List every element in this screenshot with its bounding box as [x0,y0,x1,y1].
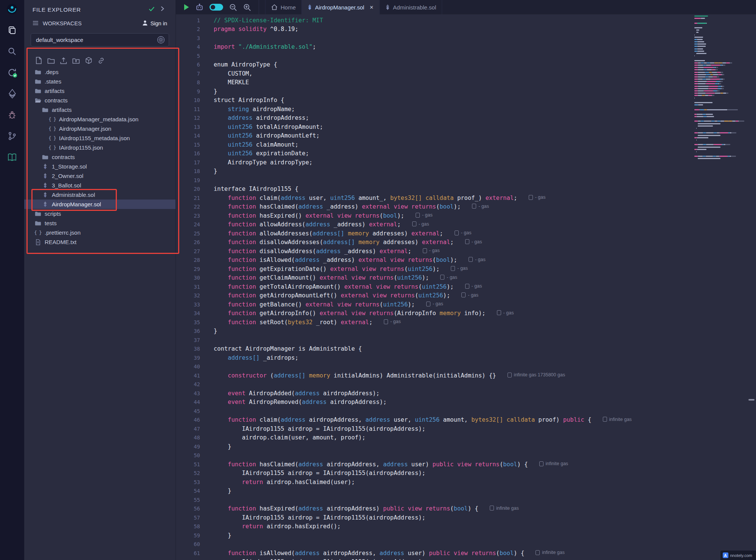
line-number[interactable]: 16 [176,150,200,156]
line-number[interactable]: 60 [176,541,200,547]
line-number[interactable]: 44 [176,399,200,405]
code-line[interactable]: 58 return airdrop.hasExpired(); [176,522,756,531]
line-number[interactable]: 17 [176,159,200,166]
line-number[interactable]: 23 [176,213,200,219]
file-explorer-icon[interactable] [6,25,18,36]
code-line[interactable]: 54 } [176,487,756,496]
code-line[interactable]: 21 function claim(address user, uint256 … [176,193,756,203]
line-number[interactable]: 13 [176,124,200,130]
line-number[interactable]: 5 [176,53,200,59]
line-number[interactable]: 55 [176,497,200,503]
code-line[interactable]: 56 function hasExpired(address airdropAd… [176,504,756,514]
chevron-right-icon[interactable] [161,6,164,13]
code-line[interactable]: 38contract AirdropManager is Administrab… [176,345,756,354]
code-line[interactable]: 39 address[] _airdrops; [176,353,756,362]
line-number[interactable]: 25 [176,230,200,237]
code-line[interactable]: 16 uint256 expirationDate; [176,149,756,158]
code-line[interactable]: 48 airdrop.claim(user, amount, proof); [176,433,756,442]
line-number[interactable]: 33 [176,302,200,308]
code-line[interactable]: 4import "./Administrable.sol"; [176,43,756,52]
line-number[interactable]: 14 [176,133,200,139]
file-tree-item[interactable]: 1_Storage.sol [24,162,175,171]
code-line[interactable]: 14 uint256 airdropAmountLeft; [176,131,756,141]
line-number[interactable]: 11 [176,106,200,112]
code-line[interactable]: 35 function setRoot(bytes32 _root) exter… [176,318,756,327]
code-line[interactable]: 62 IAirdrop1155 airdrop = IAirdrop1155(a… [176,558,756,560]
solidity-compiler-icon[interactable] [6,67,18,78]
file-tree-item[interactable]: README.txt [24,237,175,247]
line-number[interactable]: 37 [176,337,200,343]
line-number[interactable]: 6 [176,62,200,68]
line-number[interactable]: 8 [176,79,200,85]
line-number[interactable]: 39 [176,355,200,361]
book-icon[interactable] [6,152,18,163]
line-number[interactable]: 30 [176,275,200,281]
line-number[interactable]: 61 [176,550,200,556]
code-line[interactable]: 26 function disallowAddresses(address[] … [176,238,756,247]
git-branch-icon[interactable] [6,130,18,142]
code-line[interactable]: 10struct AirdropInfo { [176,96,756,105]
zoom-in-icon[interactable] [243,3,251,11]
code-line[interactable]: 9} [176,87,756,96]
line-number[interactable]: 35 [176,319,200,325]
remix-logo-icon[interactable] [6,3,18,15]
code-line[interactable]: 7 CUSTOM, [176,69,756,78]
line-number[interactable]: 32 [176,292,200,299]
code-line[interactable]: 15 uint256 claimAmount; [176,140,756,149]
sign-in-button[interactable]: Sign in [140,20,169,27]
line-number[interactable]: 1 [176,17,200,23]
code-line[interactable]: 36} [176,327,756,336]
line-number[interactable]: 47 [176,426,200,432]
code-line[interactable]: 47 IAirdrop1155 airdrop = IAirdrop1155(a… [176,424,756,433]
line-number[interactable]: 56 [176,506,200,512]
code-line[interactable]: 51 function hasClaimed(address airdropAd… [176,460,756,469]
run-script-button[interactable] [183,4,189,11]
code-line[interactable]: 33 function getBalance() external view r… [176,300,756,309]
line-number[interactable]: 53 [176,479,200,485]
file-tree-item[interactable]: { }AirdropManager_metadata.json [24,114,175,124]
code-line[interactable]: 44 event AirdropRemoved(address airdropA… [176,398,756,407]
file-tree-item[interactable]: artifacts [24,105,175,114]
bug-debugger-icon[interactable] [6,109,18,121]
code-line[interactable]: 41 constructor (address[] memory initial… [176,371,756,380]
line-number[interactable]: 51 [176,461,200,467]
file-tree-item[interactable]: { }.prettierrc.json [24,228,175,237]
file-tree-item[interactable]: .states [24,77,175,86]
copilot-toggle[interactable] [210,4,223,11]
code-line[interactable]: 19 [176,176,756,185]
code-line[interactable]: 43 event AirdropAdded(address airdropAdd… [176,389,756,398]
line-number[interactable]: 27 [176,248,200,254]
line-number[interactable]: 26 [176,239,200,245]
code-line[interactable]: 3 [176,34,756,43]
code-line[interactable]: 23 function hasExpired() external view r… [176,211,756,220]
upload-folder-icon[interactable] [72,57,80,64]
code-line[interactable]: 50 [176,451,756,460]
line-number[interactable]: 45 [176,408,200,414]
line-number[interactable]: 12 [176,115,200,121]
code-line[interactable]: 17 AirdropType airdropType; [176,158,756,167]
code-line[interactable]: 25 function allowAddresses(address[] mem… [176,229,756,238]
file-tree-item[interactable]: 3_Ballot.sol [24,181,175,190]
line-number[interactable]: 54 [176,488,200,494]
code-line[interactable]: 59 } [176,531,756,540]
code-line[interactable]: 13 uint256 totalAirdropAmount; [176,122,756,131]
minimap[interactable] [694,15,741,161]
code-line[interactable]: 2pragma solidity ^0.8.19; [176,25,756,34]
gear-icon[interactable] [157,36,165,44]
code-line[interactable]: 24 function allowAddress(address _addres… [176,220,756,229]
line-number[interactable]: 19 [176,177,200,183]
line-number[interactable]: 20 [176,186,200,192]
code-line[interactable]: 60 [176,540,756,549]
code-line[interactable]: 46 function claim(address airdropAddress… [176,416,756,425]
line-number[interactable]: 57 [176,515,200,521]
code-line[interactable]: 53 return airdrop.hasClaimed(user); [176,478,756,487]
ai-assistant-icon[interactable] [196,3,203,11]
code-line[interactable]: 8 MERKLE [176,78,756,87]
line-number[interactable]: 10 [176,97,200,103]
search-icon[interactable] [6,46,18,57]
line-number[interactable]: 3 [176,35,200,41]
code-line[interactable]: 22 function hasClaimed(address _address)… [176,203,756,212]
file-tree-item[interactable]: 2_Owner.sol [24,171,175,181]
line-number[interactable]: 50 [176,452,200,458]
import-cube-icon[interactable] [85,57,92,64]
